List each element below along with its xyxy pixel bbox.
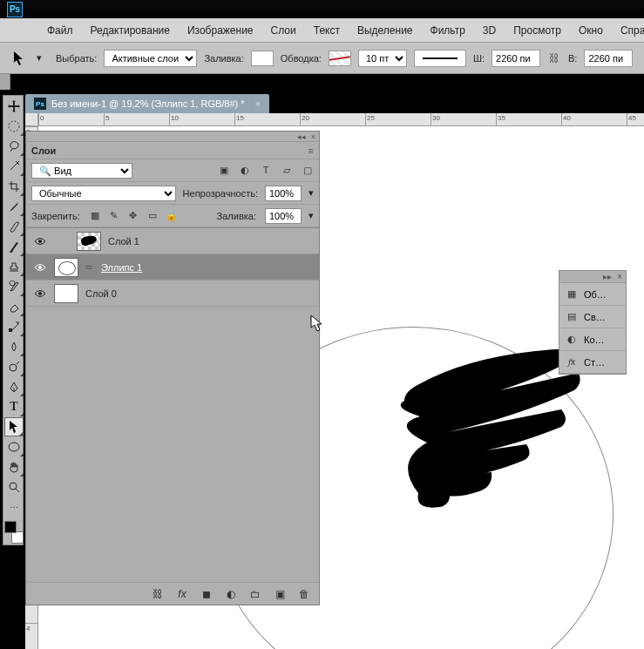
eraser-tool-icon[interactable] [4, 297, 24, 316]
menu-image[interactable]: Изображение [179, 21, 262, 40]
menu-help[interactable]: Справка [612, 21, 644, 40]
height-input[interactable] [584, 50, 633, 67]
lock-transparent-icon[interactable]: ▩ [89, 210, 101, 221]
menu-view[interactable]: Просмотр [505, 21, 570, 40]
app-logo: Ps [7, 2, 23, 17]
blur-tool-icon[interactable] [4, 337, 24, 356]
filter-adjust-icon[interactable]: ◐ [239, 165, 251, 176]
close-panel-icon[interactable]: × [311, 132, 315, 141]
panel-tab-handle[interactable] [0, 74, 10, 90]
history-brush-tool-icon[interactable] [4, 277, 24, 296]
stamp-tool-icon[interactable] [4, 257, 24, 276]
lock-paint-icon[interactable]: ✎ [108, 210, 120, 221]
layer-filter-select[interactable]: 🔍 Вид [31, 163, 132, 179]
dodge-tool-icon[interactable] [4, 357, 24, 376]
lock-position-icon[interactable]: ✥ [127, 210, 139, 221]
panel-menu-icon[interactable]: ≡ [300, 145, 314, 156]
eyedropper-tool-icon[interactable] [4, 197, 24, 216]
mini-panel-header[interactable]: ▸▸× [559, 271, 626, 283]
add-mask-icon[interactable]: ◼ [200, 588, 213, 600]
layer-thumbnail[interactable] [54, 258, 78, 277]
lock-artboard-icon[interactable]: ▭ [146, 210, 159, 221]
path-selection-tool-icon[interactable] [4, 417, 24, 436]
filter-pixel-icon[interactable]: ▣ [218, 165, 230, 176]
fill-opacity-input[interactable] [265, 208, 302, 224]
stroke-style-dropdown[interactable] [414, 50, 466, 67]
layer-name[interactable]: Слой 1 [108, 236, 139, 247]
mini-panel-item[interactable]: ▤Св… [559, 306, 626, 328]
zoom-tool-icon[interactable] [4, 477, 24, 497]
menu-window[interactable]: Окно [570, 21, 612, 40]
shape-tool-icon[interactable] [4, 437, 24, 456]
lock-all-icon[interactable]: 🔒 [166, 210, 178, 221]
width-input[interactable] [491, 50, 540, 67]
panel-collapse-strip[interactable]: ◂◂× [26, 132, 319, 142]
svg-rect-1 [9, 328, 12, 332]
expand-icon[interactable]: ▸▸ [603, 272, 612, 281]
layer-name[interactable]: Слой 0 [85, 288, 117, 299]
menu-layers[interactable]: Слои [262, 21, 305, 40]
stroke-swatch[interactable] [329, 51, 351, 66]
close-document-icon[interactable]: × [255, 98, 261, 109]
adjustment-layer-icon[interactable]: ◐ [225, 588, 237, 600]
stroke-width-input[interactable]: 10 пт [358, 50, 407, 67]
layer-row[interactable]: Слой 1 [26, 228, 319, 254]
fill-swatch[interactable] [251, 51, 274, 66]
group-icon[interactable]: 🗀 [249, 588, 261, 600]
link-layers-icon[interactable]: ⛓ [152, 588, 164, 600]
visibility-eye-icon[interactable] [33, 287, 47, 301]
menu-file[interactable]: Файл [38, 21, 82, 40]
mini-panel-item[interactable]: ▦Об… [559, 283, 626, 306]
crop-tool-icon[interactable] [4, 177, 24, 196]
lasso-tool-icon[interactable] [4, 137, 24, 156]
opacity-dropdown-icon[interactable]: ▾ [308, 187, 314, 199]
layers-tab[interactable]: Слои [31, 145, 56, 156]
collapse-icon[interactable]: ◂◂ [297, 132, 306, 141]
link-aspect-icon[interactable]: ⛓ [547, 51, 561, 65]
gradient-tool-icon[interactable] [4, 317, 24, 336]
layer-thumbnail[interactable] [54, 284, 78, 303]
move-tool-icon[interactable] [4, 97, 24, 116]
hand-tool-icon[interactable] [4, 457, 24, 477]
layers-panel: ◂◂× Слои ≡ 🔍 Вид ▣ ◐ T ▱ ▢ Обычные Непро… [25, 131, 320, 605]
visibility-eye-icon[interactable] [33, 260, 47, 274]
pen-tool-icon[interactable] [4, 377, 24, 396]
marquee-tool-icon[interactable] [4, 117, 24, 136]
select-mode-dropdown[interactable]: Активные слои [104, 50, 197, 67]
menu-edit[interactable]: Редактирование [82, 21, 179, 40]
close-mini-icon[interactable]: × [617, 272, 622, 281]
type-tool-icon[interactable]: T [4, 397, 24, 416]
mini-panel-item[interactable]: ◐Ко… [559, 328, 626, 351]
document-tab[interactable]: Ps Без имени-1 @ 19,2% (Эллипс 1, RGB/8#… [25, 94, 269, 113]
layer-row[interactable]: Слой 0 [26, 281, 319, 307]
layer-row[interactable]: ▭Эллипс 1 [26, 254, 319, 281]
filter-type-icon[interactable]: T [260, 165, 272, 176]
layer-name[interactable]: Эллипс 1 [101, 262, 142, 273]
color-swatches[interactable] [4, 521, 24, 544]
background-color-swatch[interactable] [11, 531, 24, 544]
fx-icon[interactable]: fx [176, 588, 188, 600]
height-label: В: [568, 53, 577, 64]
horizontal-ruler[interactable]: 051015202530354045 [38, 113, 644, 126]
layer-thumbnail[interactable] [77, 232, 101, 251]
brush-tool-icon[interactable] [4, 237, 24, 256]
opacity-input[interactable] [265, 186, 302, 201]
magic-wand-tool-icon[interactable] [4, 157, 24, 176]
healing-brush-tool-icon[interactable] [4, 217, 24, 236]
tool-preset-dropdown-icon[interactable]: ▾ [37, 52, 49, 64]
foreground-color-swatch[interactable] [4, 521, 17, 533]
new-layer-icon[interactable]: ▣ [274, 588, 286, 600]
filter-shape-icon[interactable]: ▱ [281, 165, 293, 176]
menu-select[interactable]: Выделение [349, 21, 422, 40]
visibility-eye-icon[interactable] [33, 234, 47, 248]
blend-mode-select[interactable]: Обычные [31, 186, 176, 201]
active-tool-path-select-icon[interactable] [7, 48, 30, 69]
filter-smart-icon[interactable]: ▢ [302, 165, 314, 176]
delete-layer-icon[interactable]: 🗑 [298, 588, 310, 600]
menu-filter[interactable]: Фильтр [422, 21, 474, 40]
mini-panel-item[interactable]: 𝑓xСт… [559, 351, 626, 374]
menu-3d[interactable]: 3D [474, 21, 505, 40]
fill-dropdown-icon[interactable]: ▾ [308, 210, 314, 221]
more-tools-icon[interactable]: ⋯ [4, 497, 24, 517]
menu-text[interactable]: Текст [305, 21, 349, 40]
